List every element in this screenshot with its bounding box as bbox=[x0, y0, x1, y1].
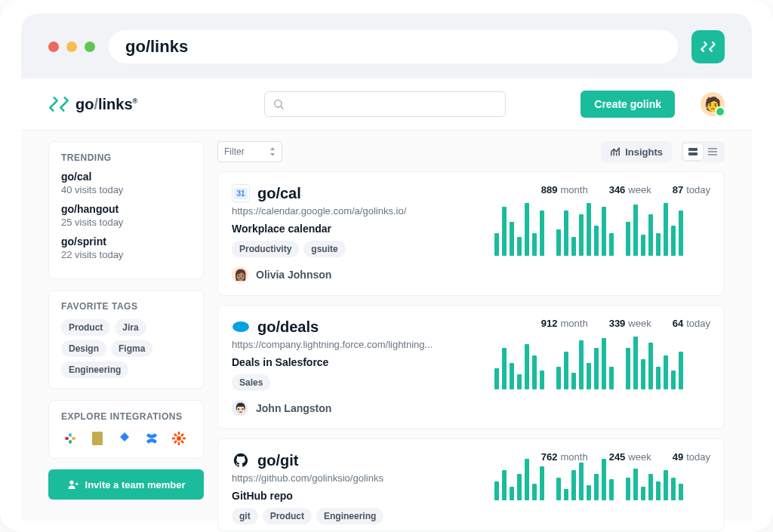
owner-name: Olivia Johnson bbox=[256, 269, 331, 281]
toolbar: Filter Insights bbox=[217, 141, 725, 162]
link-description: GitHub repo bbox=[232, 490, 481, 502]
zapier-icon[interactable] bbox=[170, 429, 188, 447]
svg-rect-10 bbox=[688, 152, 698, 155]
trending-item[interactable]: go/cal 40 visits today bbox=[61, 171, 191, 195]
explore-integrations-card: EXPLORE INTEGRATIONS bbox=[48, 400, 204, 459]
invite-team-member-button[interactable]: Invite a team member bbox=[48, 469, 204, 500]
trending-header: TRENDING bbox=[61, 152, 191, 163]
favorite-tags-card: FAVORITE TAGS Product Jira Design Figma … bbox=[48, 290, 204, 389]
tag[interactable]: Productivity bbox=[232, 241, 299, 257]
tag[interactable]: Sales bbox=[232, 374, 270, 391]
svg-rect-6 bbox=[92, 432, 103, 445]
list-view-icon bbox=[707, 146, 718, 157]
golinks-logo-icon bbox=[48, 94, 69, 115]
trending-card: TRENDING go/cal 40 visits today go/hango… bbox=[48, 141, 204, 279]
link-url: https://company.lightning.force.com/ligh… bbox=[232, 339, 481, 350]
google-docs-icon[interactable] bbox=[88, 429, 106, 447]
owner-avatar: 👩🏽 bbox=[232, 266, 248, 283]
window-controls bbox=[48, 42, 95, 52]
link-url: https://calendar.google.com/a/golinks.io… bbox=[232, 205, 481, 217]
favorite-tags-header: FAVORITE TAGS bbox=[61, 301, 191, 312]
svg-rect-11 bbox=[708, 148, 717, 149]
tag[interactable]: Jira bbox=[115, 319, 146, 336]
svg-rect-12 bbox=[708, 151, 717, 152]
avatar[interactable]: 🧑 bbox=[701, 92, 725, 116]
list-view-button[interactable] bbox=[703, 143, 722, 160]
brand-logo[interactable]: go/links® bbox=[48, 94, 137, 115]
trending-item[interactable]: go/sprint 22 visits today bbox=[61, 235, 191, 260]
svg-rect-13 bbox=[708, 154, 717, 155]
svg-point-14 bbox=[233, 321, 249, 332]
card-view-icon bbox=[688, 146, 698, 157]
minimize-window-icon[interactable] bbox=[66, 42, 77, 52]
svg-point-0 bbox=[275, 100, 282, 107]
svg-point-7 bbox=[177, 436, 181, 441]
content: TRENDING go/cal 40 visits today go/hango… bbox=[21, 131, 752, 521]
link-description: Workplace calendar bbox=[232, 223, 481, 235]
owner-avatar: 👨🏻 bbox=[232, 400, 248, 417]
svg-rect-9 bbox=[688, 148, 698, 151]
search-input[interactable] bbox=[264, 91, 506, 117]
address-bar[interactable]: go/links bbox=[109, 30, 678, 63]
svg-rect-3 bbox=[72, 437, 75, 440]
tag[interactable]: git bbox=[232, 508, 258, 524]
svg-rect-4 bbox=[69, 440, 72, 444]
maximize-window-icon[interactable] bbox=[85, 42, 95, 52]
usage-sparkline bbox=[494, 337, 710, 389]
usage-sparkline bbox=[494, 470, 710, 500]
user-plus-icon bbox=[67, 478, 79, 490]
tag[interactable]: Engineering bbox=[316, 508, 383, 524]
link-title: go/git bbox=[257, 452, 298, 469]
confluence-icon[interactable] bbox=[143, 429, 161, 447]
search-icon bbox=[273, 98, 285, 110]
slack-icon[interactable] bbox=[61, 429, 79, 447]
link-title: go/cal bbox=[257, 185, 301, 202]
usage-sparkline bbox=[494, 203, 710, 256]
link-card[interactable]: go/deals https://company.lightning.force… bbox=[217, 305, 725, 429]
link-stats: 889month 346week 87today bbox=[494, 184, 710, 195]
tag[interactable]: Product bbox=[61, 319, 110, 336]
golinks-extension-button[interactable] bbox=[691, 30, 725, 63]
golinks-logo-icon bbox=[698, 37, 718, 57]
github-icon bbox=[232, 451, 250, 469]
tag[interactable]: gsuite bbox=[303, 241, 345, 257]
tag[interactable]: Engineering bbox=[61, 361, 128, 378]
browser-chrome: go/links bbox=[21, 14, 752, 78]
svg-rect-2 bbox=[69, 433, 72, 437]
jira-icon[interactable] bbox=[115, 429, 134, 447]
tag[interactable]: Design bbox=[61, 340, 106, 357]
address-text: go/links bbox=[125, 37, 188, 57]
tag[interactable]: Product bbox=[263, 508, 312, 524]
sidebar: TRENDING go/cal 40 visits today go/hango… bbox=[48, 141, 204, 521]
tag[interactable]: Figma bbox=[111, 340, 152, 357]
trending-item[interactable]: go/hangout 25 visits today bbox=[61, 203, 191, 228]
view-toggle bbox=[681, 141, 725, 162]
link-description: Deals in Salesforce bbox=[232, 356, 481, 368]
google-calendar-icon: 31 bbox=[232, 184, 250, 202]
app-header: go/links® Create golink 🧑 bbox=[21, 78, 752, 131]
filter-select[interactable]: Filter bbox=[217, 141, 282, 162]
card-view-button[interactable] bbox=[683, 143, 703, 160]
link-card[interactable]: 31 go/cal https://calendar.google.com/a/… bbox=[217, 171, 725, 296]
link-card[interactable]: go/git https://github.com/golinksio/goli… bbox=[217, 438, 725, 531]
svg-point-8 bbox=[69, 481, 73, 484]
svg-rect-1 bbox=[65, 437, 69, 440]
link-url: https://github.com/golinksio/golinks bbox=[232, 472, 481, 484]
link-stats: 912month 339week 64today bbox=[494, 318, 710, 329]
create-golink-button[interactable]: Create golink bbox=[581, 91, 675, 118]
main: Filter Insights bbox=[217, 141, 725, 521]
close-window-icon[interactable] bbox=[48, 42, 59, 52]
chart-icon bbox=[610, 146, 621, 157]
owner-name: John Langston bbox=[256, 402, 331, 414]
link-title: go/deals bbox=[257, 318, 319, 336]
select-arrows-icon bbox=[269, 147, 276, 156]
salesforce-icon bbox=[232, 318, 250, 336]
explore-header: EXPLORE INTEGRATIONS bbox=[61, 411, 191, 422]
insights-button[interactable]: Insights bbox=[601, 141, 672, 162]
